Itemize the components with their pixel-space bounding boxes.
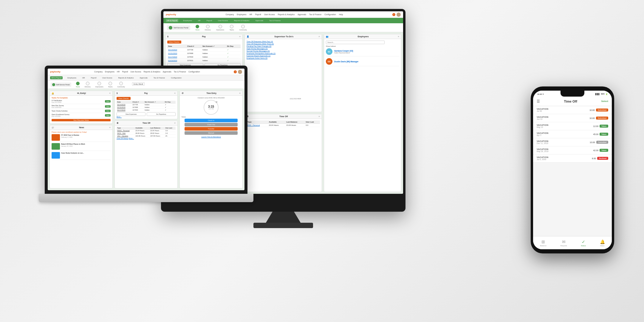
phone-nav-inbox[interactable]: 🔔 Inbox bbox=[600, 239, 605, 247]
nav-item-help[interactable]: Help bbox=[339, 13, 343, 16]
l-task-onsite-view[interactable]: View bbox=[105, 110, 111, 112]
l-nav-user-access[interactable]: User Access bbox=[130, 71, 141, 73]
l-sec-user-access[interactable]: User Access bbox=[101, 76, 113, 79]
l-manual-btn[interactable]: Manual bbox=[185, 131, 238, 135]
sec-tab-hr-payroll[interactable]: HR & Payroll bbox=[166, 19, 178, 22]
monitor-view-checks-btn[interactable]: View Checks bbox=[167, 41, 181, 44]
sec-tab-reports[interactable]: Reports & Analytics bbox=[233, 19, 250, 22]
l-time-entry-close[interactable]: × bbox=[239, 92, 241, 95]
self-service-portal[interactable]: Self-Service Portal bbox=[167, 25, 190, 30]
l-time-off-close[interactable]: × bbox=[174, 122, 176, 124]
l-view-form-btn[interactable]: View Filing open Notice bbox=[52, 119, 111, 121]
l-icon-directory[interactable]: Directory bbox=[85, 82, 91, 88]
l-nav-approvals[interactable]: Approvals bbox=[163, 71, 171, 73]
phone-item-7[interactable]: VACATION Jul 9, 2009 8.00 Declined bbox=[533, 154, 612, 162]
pay-close-btn[interactable]: × bbox=[239, 35, 241, 38]
todo-time-off-web-pay[interactable]: Time Off Requests (Web Pay) (4) bbox=[247, 41, 320, 42]
l-pay-more[interactable]: More... bbox=[117, 116, 122, 118]
l-nav-tax[interactable]: Tax & Finance bbox=[174, 71, 186, 73]
l-time-off-more[interactable]: More... bbox=[129, 137, 134, 139]
l-view-checks-btn[interactable]: View Checks bbox=[117, 97, 131, 100]
icon-nav-home[interactable]: Home bbox=[196, 25, 199, 31]
l-pay-close[interactable]: × bbox=[174, 92, 176, 95]
l-task-i9-view[interactable]: View bbox=[105, 100, 111, 103]
icon-nav-impressions[interactable]: Impressions bbox=[216, 25, 224, 31]
phone-item-5[interactable]: VACATION Dec 11, 2019 10.00 Cancelled bbox=[533, 138, 612, 146]
l-sec-config[interactable]: Configuration bbox=[170, 76, 183, 79]
l-nav-company[interactable]: Company bbox=[94, 71, 103, 73]
todo-time-off-web-time[interactable]: Time Off Requests (Web Time) (0) bbox=[247, 43, 320, 45]
todo-recognition[interactable]: Employee Recognition Approvals (2) bbox=[247, 52, 320, 54]
icon-nav-directory[interactable]: Directory bbox=[205, 25, 211, 31]
sec-tab-hr[interactable]: HR bbox=[197, 19, 202, 22]
employees-close-btn[interactable]: × bbox=[398, 35, 399, 38]
l-icon-home[interactable]: Home bbox=[76, 82, 80, 88]
l-sec-hr-payroll[interactable]: HR & Payroll bbox=[50, 76, 63, 79]
phone-item-4[interactable]: VACATION Apr 2 45.00 Taken bbox=[533, 130, 612, 138]
emp-name-dd[interactable]: Dustin Davis [66] Manager bbox=[334, 61, 358, 63]
sec-tab-payroll[interactable]: Payroll bbox=[205, 19, 213, 22]
todo-pay-date-changes[interactable]: Pending Pay Date Changes (0) bbox=[247, 45, 320, 47]
l-time-off-history-link[interactable]: Time Off History bbox=[117, 137, 128, 139]
phone-item-6[interactable]: VACATION May 28, 2019 42.00 Taken bbox=[533, 146, 612, 154]
phone-item-3[interactable]: VACATION May 10 12.00 Taken bbox=[533, 122, 612, 130]
emp-name-sc[interactable]: Santana Cooper [43] bbox=[334, 50, 353, 52]
l-news-title-1[interactable]: FY 2019 Year in Review bbox=[61, 134, 79, 136]
l-clock-in-btn[interactable]: Clock In bbox=[185, 119, 238, 122]
l-nav-payroll[interactable]: Payroll bbox=[122, 71, 128, 73]
l-transfer-btn[interactable]: Transfer bbox=[185, 127, 238, 131]
l-icon-teams[interactable]: Teams bbox=[108, 82, 113, 88]
sec-tab-approvals[interactable]: Approvals bbox=[254, 19, 264, 22]
nav-item-configuration[interactable]: Configuration bbox=[324, 13, 336, 16]
l-sec-hr[interactable]: HR bbox=[81, 76, 86, 79]
l-news-title-3[interactable]: Case Study Analysis on our... bbox=[61, 152, 84, 154]
todo-high-priority[interactable]: High Priority Messages (0) bbox=[247, 48, 320, 49]
nav-item-company[interactable]: Company bbox=[225, 13, 234, 16]
sec-tab-tax[interactable]: Tax & Finance bbox=[268, 19, 282, 22]
phone-nav-balance[interactable]: ⊞ Balance bbox=[540, 239, 547, 247]
icon-nav-teams[interactable]: Teams bbox=[230, 25, 234, 31]
l-news-close[interactable]: × bbox=[109, 126, 111, 129]
l-view-expenses-btn[interactable]: View Expenses bbox=[117, 112, 145, 116]
l-nav-reports[interactable]: Reports & Analytics bbox=[143, 71, 160, 73]
l-launch-time-link[interactable]: Launch Time & Attendance bbox=[182, 136, 241, 138]
l-icon-impressions[interactable]: Impressions bbox=[95, 82, 103, 88]
sec-tab-employees[interactable]: Employees bbox=[182, 19, 193, 22]
l-task-survey-view[interactable]: View bbox=[105, 105, 111, 108]
icon-nav-community[interactable]: Community bbox=[239, 25, 247, 31]
nav-item-reports[interactable]: Reports & Analytics bbox=[278, 13, 295, 16]
l-nav-employees[interactable]: Employees bbox=[105, 71, 114, 73]
phone-nav-request[interactable]: ✉ Request bbox=[560, 239, 567, 247]
l-portal-btn[interactable]: Self-Service Portal bbox=[51, 83, 71, 87]
phone-nav-status[interactable]: ✓ Status bbox=[581, 239, 586, 247]
supervisor-close-btn[interactable]: × bbox=[318, 35, 320, 38]
l-task-enrollment-view[interactable]: View bbox=[105, 114, 111, 117]
phone-select-btn[interactable]: Select bbox=[601, 100, 608, 103]
l-nav-hr[interactable]: HR bbox=[117, 71, 120, 73]
employees-search-input[interactable] bbox=[326, 41, 385, 44]
l-nav-config[interactable]: Configuration bbox=[188, 71, 200, 73]
nav-item-tax[interactable]: Tax & Finance bbox=[309, 13, 321, 16]
todo-normal-priority[interactable]: Normal Priority Messages (0) bbox=[247, 50, 320, 52]
l-news-title-2[interactable]: Rated #25 Best Places to Work bbox=[61, 143, 85, 145]
l-sec-tax[interactable]: Tax & Finance bbox=[152, 76, 166, 79]
l-sec-employees[interactable]: Employees bbox=[66, 76, 78, 79]
l-sec-reports[interactable]: Reports & Analytics bbox=[117, 76, 135, 79]
l-sec-payroll[interactable]: Payroll bbox=[90, 76, 97, 79]
nav-item-payroll[interactable]: Payroll bbox=[255, 13, 261, 16]
nav-item-approvals[interactable]: Approvals bbox=[298, 13, 306, 16]
phone-menu-icon[interactable]: ☰ bbox=[537, 99, 540, 103]
nav-item-hr[interactable]: HR bbox=[249, 13, 252, 16]
l-employee-dropdown[interactable]: Emily Allen ▾ bbox=[132, 82, 145, 86]
sec-tab-user-access[interactable]: User Access bbox=[217, 19, 229, 22]
phone-item-1[interactable]: VACATION Jul 30 10.00 Submitted bbox=[533, 106, 612, 114]
nav-item-user-access[interactable]: User Access bbox=[264, 13, 275, 16]
phone-item-2[interactable]: VACATION Jun 22 10.00 Submitted bbox=[533, 114, 612, 122]
todo-expense-report[interactable]: Expense Report Approvals (1) bbox=[247, 55, 320, 57]
l-greeting-close[interactable]: × bbox=[109, 92, 111, 95]
nav-item-employees[interactable]: Employees bbox=[237, 13, 246, 16]
l-sec-approvals[interactable]: Approvals bbox=[138, 76, 149, 79]
l-go-paperless-btn[interactable]: Go Paperless bbox=[147, 112, 176, 116]
l-icon-community[interactable]: Community bbox=[117, 82, 125, 88]
todo-action-items[interactable]: Employee Action Items (0) bbox=[247, 57, 320, 59]
